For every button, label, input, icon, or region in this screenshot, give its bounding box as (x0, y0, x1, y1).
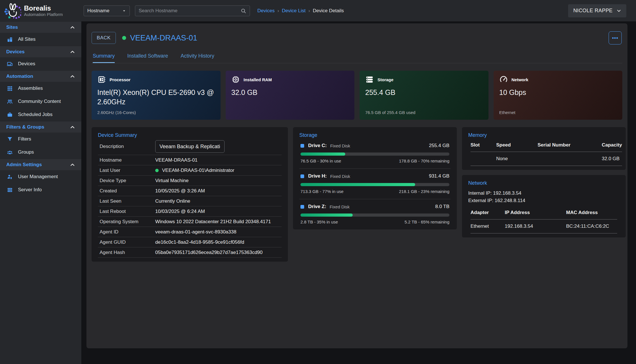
network-header-adapter: Adapter (471, 210, 505, 219)
row-label: Hostname (100, 157, 155, 163)
drive-progress-track (300, 213, 449, 217)
server-icon (7, 187, 13, 193)
sidebar-section-sites[interactable]: Sites (0, 21, 81, 33)
drive-progress-fill (300, 183, 415, 186)
caret-down-icon (122, 9, 126, 13)
sidebar-section-admin-settings[interactable]: Admin Settings (0, 159, 81, 170)
ram-value: 32.0 GB (231, 88, 349, 97)
row-label: Description (100, 144, 155, 149)
breadcrumb-devices[interactable]: Devices (257, 8, 274, 14)
sidebar-item-label: User Management (18, 174, 58, 180)
device-summary-panel: Device Summary Description Hostname VEEA… (92, 127, 288, 262)
row-value: Virtual Machine (155, 178, 189, 184)
sidebar-item-user-management[interactable]: User Management (0, 170, 81, 183)
chevron-up-icon (70, 25, 75, 30)
brand-subtitle: Automation Platform (24, 12, 63, 17)
drive-icon (300, 174, 304, 178)
drive-name: Drive C: (308, 143, 327, 149)
summary-row-last-reboot: Last Reboot 10/03/2025 @ 6:24 AM (98, 206, 282, 217)
search-box[interactable] (135, 5, 250, 16)
panel-title: Storage (299, 132, 451, 138)
card-label: Storage (377, 77, 393, 82)
tab-activity-history[interactable]: Activity History (181, 53, 214, 63)
network-cell-mac: BC:24:11:CA:C6:2C (566, 219, 617, 233)
gauge-icon (499, 75, 508, 84)
drive-remaining: 5.2 TB - 65% remaining (405, 219, 449, 224)
sidebar-item-filters[interactable]: Filters (0, 133, 81, 146)
breadcrumb: Devices › Device List › Device Details (257, 8, 344, 14)
sidebar-item-assemblies[interactable]: Assemblies (0, 82, 81, 95)
row-value: Windows 10 2022 Datacenter 21H2 Build 20… (155, 219, 271, 225)
tab-summary[interactable]: Summary (93, 53, 115, 63)
row-label: Agent ID (100, 229, 155, 235)
sidebar-item-groups[interactable]: Groups (0, 146, 81, 159)
sidebar-section-label: Automation (6, 74, 70, 79)
internal-ip: Internal IP: 192.168.3.54 (468, 190, 619, 197)
back-button[interactable]: BACK (92, 32, 116, 44)
sidebar-item-label: Devices (18, 61, 35, 67)
network-cell-adapter: Ethernet (471, 219, 505, 233)
card-label: Network (512, 77, 528, 82)
sidebar: Sites All Sites Devices Devices Automati… (0, 21, 81, 364)
drive-remaining: 178.8 GB - 70% remaining (399, 158, 449, 163)
sidebar-item-label: Server Info (18, 187, 42, 193)
borealis-rabbit-logo-icon (3, 2, 21, 20)
row-label: Agent GUID (100, 239, 155, 245)
sidebar-section-devices[interactable]: Devices (0, 46, 81, 57)
processor-footer: 2.60GHz (16-Cores) (97, 110, 215, 115)
drive-progress-track (300, 152, 449, 156)
sidebar-item-scheduled-jobs[interactable]: Scheduled Jobs (0, 108, 81, 121)
summary-row-description: Description (98, 138, 282, 155)
row-label: Operating System (100, 219, 155, 225)
row-value: VEEAM-DRAAS-01 (155, 157, 197, 163)
sidebar-item-devices[interactable]: Devices (0, 57, 81, 70)
summary-row-last-user: Last User VEEAM-DRAAS-01\Administrator (98, 165, 282, 176)
user-menu[interactable]: NICOLE RAPPE (568, 4, 626, 17)
sidebar-item-community-content[interactable]: Community Content (0, 95, 81, 108)
network-card: Network 10 Gbps Ethernet (494, 71, 623, 120)
processor-value: Intel(R) Xeon(R) CPU E5-2690 v3 @ 2.60GH… (97, 88, 215, 106)
memory-header-speed: Speed (496, 142, 538, 152)
sidebar-section-automation[interactable]: Automation (0, 70, 81, 82)
drive-remaining: 218.1 GB - 23% remaining (399, 189, 449, 194)
drive-used: 76.5 GB - 30% in use (300, 158, 341, 163)
sidebar-item-label: Groups (18, 149, 34, 155)
tab-installed-software[interactable]: Installed Software (127, 53, 168, 63)
storage-card: Storage 255.4 GB 76.5 GB of 255.4 GB use… (360, 71, 488, 120)
memory-header-serial: Serial Number (538, 142, 602, 152)
online-status-dot (122, 36, 126, 40)
network-table: Adapter IP Address MAC Address Ethernet … (468, 210, 619, 233)
summary-row-os: Operating System Windows 10 2022 Datacen… (98, 217, 282, 227)
sidebar-item-all-sites[interactable]: All Sites (0, 33, 81, 46)
more-actions-button[interactable]: ••• (609, 31, 622, 44)
search-field-dropdown-value: Hostname (87, 8, 122, 14)
memory-cell-speed: None (496, 152, 538, 166)
building-icon (7, 36, 13, 42)
drive-type: Fixed Disk (330, 174, 350, 179)
drive-capacity: 931.4 GB (429, 173, 449, 179)
drive-icon (300, 144, 304, 148)
row-label: Agent Hash (100, 250, 155, 255)
brand: Borealis Automation Platform (0, 2, 81, 20)
drive-row-h: Drive H: Fixed Disk 931.4 GB 713.3 GB - … (299, 168, 451, 195)
drive-capacity: 8.0 TB (435, 204, 449, 210)
drive-type: Fixed Disk (330, 143, 350, 148)
summary-row-agent-id: Agent ID veeam-draas-01-agent-svc-8930a3… (98, 227, 282, 237)
summary-row-hostname: Hostname VEEAM-DRAAS-01 (98, 155, 282, 165)
search-input[interactable] (139, 8, 241, 14)
panel-title: Device Summary (98, 132, 282, 138)
online-status-dot (155, 169, 159, 172)
search-field-dropdown[interactable]: Hostname (84, 5, 130, 16)
memory-header-slot: Slot (471, 142, 496, 152)
row-value: 10/05/2025 @ 3:26 AM (155, 188, 205, 194)
memory-cell-slot (471, 152, 496, 166)
sidebar-item-server-info[interactable]: Server Info (0, 183, 81, 196)
breadcrumb-device-list[interactable]: Device List (282, 8, 306, 14)
content-wrapper: BACK VEEAM-DRAAS-01 ••• Summary Installe… (86, 23, 627, 348)
description-input[interactable] (155, 140, 225, 153)
stat-cards: Processor Intel(R) Xeon(R) CPU E5-2690 v… (92, 71, 622, 120)
ram-footer (231, 110, 349, 115)
tab-bar: Summary Installed Software Activity Hist… (92, 53, 622, 63)
sidebar-section-filters-groups[interactable]: Filters & Groups (0, 121, 81, 133)
row-value: 05ba0e7935171d626ecea29b27d7ae175363cd90 (155, 250, 263, 255)
